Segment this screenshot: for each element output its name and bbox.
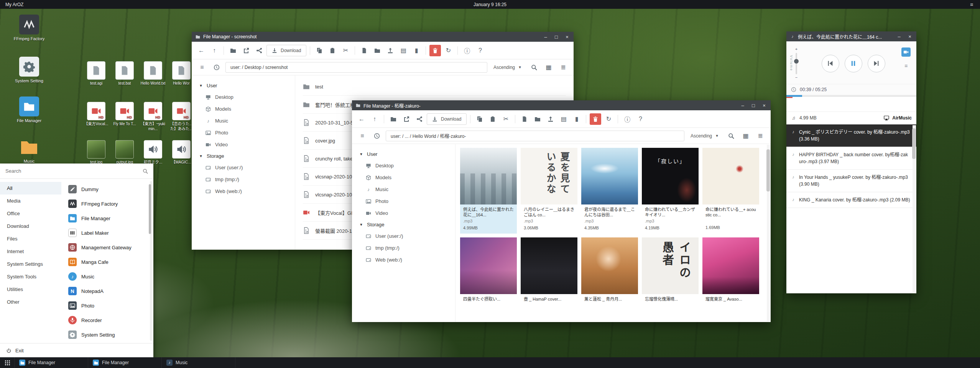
app-launcher-button[interactable] (0, 357, 15, 368)
desktop-icon-music[interactable]: Music (7, 137, 51, 164)
desktop-file-test-agi[interactable]: test.agi (83, 61, 110, 86)
app-item-music[interactable]: ♪ Music (63, 269, 153, 284)
playlist-item[interactable]: ♪ KING _ Kanaria cover. by 柘榴-zakuro-.mp… (786, 192, 916, 208)
delete-button[interactable] (590, 113, 601, 125)
sidebar-item-web-drive[interactable]: Web (web:/) (352, 254, 455, 266)
playlist-scrollbar[interactable] (913, 125, 916, 293)
next-button[interactable] (868, 55, 885, 72)
pause-button[interactable] (845, 55, 862, 72)
sidebar-item-video[interactable]: Video (192, 139, 295, 150)
desktop-file-test-bat[interactable]: test.bat (111, 61, 138, 86)
desktop-file-test-jpg[interactable]: test.jpg (83, 140, 110, 165)
info-button[interactable]: ⓘ (461, 45, 473, 56)
search-input[interactable] (5, 168, 140, 174)
delete-button[interactable] (429, 45, 441, 56)
open-external-button[interactable] (240, 45, 252, 56)
window-titlebar[interactable]: File Manager - screenshot – □ × (192, 32, 574, 42)
close-button[interactable]: × (564, 34, 570, 39)
taskbar-item-file-manager-2[interactable]: File Manager (88, 357, 162, 368)
sidebar-item-photo[interactable]: Photo (352, 195, 455, 207)
app-item-ffmpeg-factory[interactable]: FFmpeg Factory (63, 196, 153, 211)
maximize-button[interactable]: □ (751, 103, 756, 108)
minimize-button[interactable]: – (543, 34, 548, 39)
copy-button[interactable] (474, 113, 485, 125)
copy-button[interactable] (314, 45, 325, 56)
new-file-button[interactable] (358, 45, 370, 56)
category-files[interactable]: Files (0, 232, 61, 245)
search-icon[interactable] (143, 168, 148, 174)
sidebar-section-storage[interactable]: ▾ Storage (192, 150, 295, 162)
playlist-item[interactable]: ♪ HAPPY BIRTHDAY _ back number cover. by… (786, 147, 916, 170)
desktop-icon-file-manager[interactable]: File Manager (7, 96, 51, 124)
vertical-scrollbar[interactable] (767, 145, 770, 321)
file-row[interactable]: test (303, 78, 566, 96)
window-titlebar[interactable]: ♪ 例えば、今此処に置かれた花に＿164 c... – × (786, 31, 916, 41)
open-button[interactable] (227, 45, 239, 56)
app-item-manga-cafe[interactable]: Manga Cafe (63, 255, 153, 269)
exit-button[interactable]: Exit (0, 343, 153, 358)
rename-button[interactable]: ▮ (571, 113, 582, 125)
category-utilities[interactable]: Utilities (0, 283, 61, 296)
category-download[interactable]: Download (0, 220, 61, 232)
download-button[interactable]: Download (427, 113, 467, 125)
archive-button[interactable]: ▤ (398, 45, 409, 56)
taskbar-item-music[interactable]: ♪ Music (162, 357, 235, 368)
close-button[interactable]: × (907, 34, 913, 39)
window-titlebar[interactable]: File Manager - 柘榴-zakuro- – □ × (352, 100, 771, 110)
history-button[interactable] (371, 130, 383, 142)
sidebar-toggle-button[interactable]: ≡ (357, 130, 368, 142)
refresh-button[interactable]: ↻ (603, 113, 614, 125)
app-item-dummy[interactable]: Dummy (63, 182, 153, 196)
playlist-item-active[interactable]: ♪ Cynic _ ポリスピカデリー cover. by 柘榴-zakuro-.… (786, 124, 916, 147)
minimize-button[interactable]: – (740, 103, 745, 108)
desktop-file-audio-1[interactable]: 初音ミク... (140, 140, 166, 165)
category-all[interactable]: All (0, 182, 61, 195)
up-button[interactable]: ↑ (369, 113, 380, 125)
path-input[interactable]: user: / Desktop / screenshot (225, 62, 487, 73)
search-button[interactable] (725, 130, 737, 142)
app-item-photo[interactable]: Photo (63, 298, 153, 313)
sidebar-item-desktop[interactable]: Desktop (352, 160, 455, 172)
list-view-button[interactable]: ≣ (755, 130, 766, 142)
desktop-file-video-1[interactable]: HD 【東方Vocal... (83, 102, 110, 127)
app-item-management-gateway[interactable]: Management Gateway (63, 240, 153, 255)
desktop-file-audio-2[interactable]: 【MAGIC... (168, 140, 195, 165)
sidebar-item-models[interactable]: Models (352, 172, 455, 183)
sidebar-toggle-button[interactable]: ≡ (196, 62, 208, 73)
paste-button[interactable] (327, 45, 338, 56)
cut-button[interactable]: ✂ (500, 113, 511, 125)
desktop-icon-system-setting[interactable]: System Setting (7, 57, 51, 84)
app-item-notepada[interactable]: NotepadA (63, 284, 153, 298)
desktop-file-hello-world-txt[interactable]: Hello World.txt (140, 61, 166, 86)
open-external-button[interactable] (401, 113, 412, 125)
minimize-button[interactable]: – (896, 34, 902, 39)
grid-view-button[interactable]: ▦ (740, 130, 751, 142)
share-button[interactable] (253, 45, 265, 56)
file-tile[interactable]: 命に嫌われている＿+ acoustic co... 1.69MB (702, 148, 759, 234)
desktop-file-video-4[interactable]: HD 【恋のうた...た】あみた... (168, 102, 195, 131)
category-system-tools[interactable]: System Tools (0, 270, 61, 283)
file-tile-selected[interactable]: 例えば、今此処に置かれた花に＿164... .mp3 4.99MB (460, 148, 517, 234)
progress-bar[interactable] (786, 95, 916, 97)
history-button[interactable] (211, 62, 222, 73)
volume-slider[interactable] (796, 53, 797, 74)
sidebar-item-user-drive[interactable]: User (user:/) (352, 230, 455, 242)
app-item-system-setting[interactable]: System Setting (63, 327, 153, 342)
cut-button[interactable]: ✂ (340, 45, 351, 56)
category-other[interactable]: Other (0, 296, 61, 308)
category-office[interactable]: Office (0, 207, 61, 220)
category-internet[interactable]: Internet (0, 245, 61, 258)
previous-button[interactable] (822, 55, 839, 72)
app-item-recorder[interactable]: Recorder (63, 313, 153, 327)
volume-slider-thumb[interactable] (794, 59, 799, 64)
new-file-button[interactable] (519, 113, 530, 125)
sidebar-section-user[interactable]: ▾ User (192, 80, 295, 91)
cast-button[interactable] (901, 47, 911, 57)
app-item-file-manager[interactable]: File Manager (63, 211, 153, 226)
desktop-icon-ffmpeg-factory[interactable]: FFmpeg Factory (7, 15, 51, 42)
volume-down-icon[interactable]: − (794, 75, 799, 80)
desktop-file-video-2[interactable]: HD Fly Me To T... (111, 102, 138, 127)
new-folder-button[interactable] (532, 113, 543, 125)
volume-up-icon[interactable]: + (794, 47, 799, 52)
file-tile[interactable]: 薫と蓮松 _ 青丹月... (581, 237, 638, 302)
